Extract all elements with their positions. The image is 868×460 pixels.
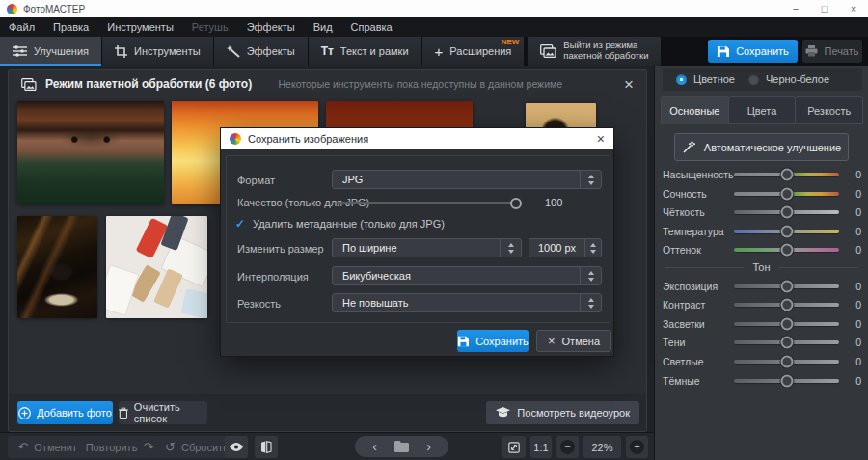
interpolation-dropdown[interactable]: Бикубическая <box>332 266 602 285</box>
save-button[interactable]: Сохранить <box>708 40 798 63</box>
slider-track[interactable] <box>734 248 839 252</box>
resize-dropdown[interactable]: По ширине <box>332 238 522 257</box>
slider-track[interactable] <box>734 322 839 326</box>
thumbnail-photo-1[interactable] <box>17 101 164 204</box>
slider-value: 0 <box>846 226 861 237</box>
statusbar: ↶ Отменить Повторить ↷ ↺ Сбросить ‹ › <box>0 432 654 460</box>
redo-button[interactable]: Повторить ↷ <box>76 436 163 458</box>
slider-handle[interactable] <box>780 206 793 219</box>
menu-effects[interactable]: Эффекты <box>247 21 295 33</box>
sharpness-spinner-icon[interactable] <box>580 294 601 311</box>
prev-photo-icon[interactable]: ‹ <box>372 440 377 453</box>
slider-handle[interactable] <box>780 169 793 181</box>
menu-file[interactable]: Файл <box>9 21 35 33</box>
quality-slider-handle[interactable] <box>510 198 522 209</box>
tab-basic[interactable]: Основные <box>661 96 729 124</box>
tab-colors[interactable]: Цвета <box>728 96 797 124</box>
minimize-button[interactable]: − <box>781 0 810 17</box>
menu-tools[interactable]: Инструменты <box>107 21 174 33</box>
tab-sharpness[interactable]: Резкость <box>795 96 863 124</box>
next-photo-icon[interactable]: › <box>426 440 431 453</box>
eye-icon <box>230 443 243 451</box>
tab-effects[interactable]: Эффекты <box>214 37 309 66</box>
new-badge: NEW <box>502 38 520 46</box>
menu-edit[interactable]: Правка <box>53 21 89 33</box>
save-floppy-icon <box>717 45 729 58</box>
slider-handle[interactable] <box>780 375 793 388</box>
remove-metadata-checkbox[interactable]: ✓ Удалить метаданные (только для JPG) <box>235 218 445 230</box>
size-spinner-icon[interactable] <box>584 239 601 257</box>
add-photo-button[interactable]: Добавить фото <box>17 401 113 424</box>
tab-tools[interactable]: Инструменты <box>102 37 214 66</box>
dialog-close-icon[interactable]: × <box>597 132 605 146</box>
slider-handle[interactable] <box>780 226 793 238</box>
menu-help[interactable]: Справка <box>351 21 393 33</box>
dialog-cancel-button[interactable]: × Отмена <box>536 330 611 352</box>
close-button[interactable]: × <box>839 0 868 17</box>
tone-section-label: Тон <box>752 261 770 273</box>
resize-value: По ширине <box>342 242 397 254</box>
window-controls: − □ × <box>781 0 868 17</box>
fit-screen-button[interactable] <box>502 436 526 458</box>
thumbnail-photo-5[interactable] <box>17 216 97 318</box>
format-dropdown[interactable]: JPG <box>332 170 602 189</box>
dialog-logo-icon <box>230 133 241 145</box>
batch-notice: Некоторые инструменты пока недоступны в … <box>279 78 616 90</box>
slider-track[interactable] <box>734 173 839 176</box>
exit-batch-mode-button[interactable]: Выйти из режима пакетной обработки <box>528 37 662 66</box>
radio-color-label: Цветное <box>693 73 735 85</box>
clear-list-button[interactable]: Очистить список <box>119 401 207 424</box>
menu-view[interactable]: Вид <box>313 21 333 33</box>
slider-handle[interactable] <box>780 244 793 257</box>
slider-track[interactable] <box>734 379 839 383</box>
slider-handle[interactable] <box>780 356 793 368</box>
tab-text-frames[interactable]: Tт Текст и рамки <box>309 37 422 66</box>
slider-handle[interactable] <box>780 281 793 293</box>
slider-handle[interactable] <box>780 318 793 331</box>
folder-icon[interactable] <box>394 441 409 452</box>
tab-effects-label: Эффекты <box>247 45 295 57</box>
slider-handle[interactable] <box>780 299 793 311</box>
slider-label: Экспозиция <box>663 281 732 292</box>
actual-size-button[interactable]: 1:1 <box>530 436 552 458</box>
cancel-x-icon: × <box>548 335 556 347</box>
preview-original-button[interactable] <box>225 436 248 458</box>
zoom-level[interactable]: 22% <box>583 436 621 458</box>
photos-icon <box>540 44 556 58</box>
zoom-out-button[interactable]: − <box>556 436 579 458</box>
maximize-button[interactable]: □ <box>810 0 839 17</box>
interpolation-spinner-icon[interactable] <box>580 267 601 284</box>
magic-wand-star-icon <box>682 141 696 153</box>
slider-track[interactable] <box>734 230 839 233</box>
resize-size-input[interactable]: 1000 px <box>529 238 602 257</box>
sharpness-dropdown[interactable]: Не повышать <box>332 293 602 312</box>
tab-extensions[interactable]: + Расширения NEW <box>422 37 526 66</box>
slider-track[interactable] <box>734 210 839 214</box>
slider-track[interactable] <box>734 303 839 307</box>
radio-color[interactable]: Цветное <box>676 73 735 85</box>
before-after-button[interactable] <box>255 436 278 458</box>
dialog-save-button[interactable]: Сохранить <box>457 330 529 352</box>
slider-handle[interactable] <box>780 188 793 201</box>
slider-value: 0 <box>846 375 861 387</box>
tab-improvements[interactable]: Улучшения <box>0 37 102 66</box>
plus-icon: + <box>435 44 444 59</box>
slider-track[interactable] <box>734 284 839 288</box>
resize-spinner-icon[interactable] <box>500 239 521 257</box>
actual-size-label: 1:1 <box>533 442 548 453</box>
batch-close-icon[interactable]: × <box>624 76 634 93</box>
format-spinner-icon[interactable] <box>580 171 601 188</box>
slider-handle[interactable] <box>780 337 793 349</box>
slider-track[interactable] <box>734 192 839 196</box>
watch-tutorial-button[interactable]: Посмотреть видеоурок <box>486 401 639 424</box>
auto-enhance-button[interactable]: Автоматическое улучшение <box>674 133 849 161</box>
radio-bw[interactable]: Черно-белое <box>748 73 829 85</box>
slider-track[interactable] <box>734 360 839 364</box>
quality-slider[interactable] <box>337 202 520 204</box>
slider-track[interactable] <box>734 340 839 344</box>
zoom-in-button[interactable]: + <box>626 436 648 458</box>
slider-row-temperature: Температура 0 <box>663 222 861 241</box>
thumbnail-photo-6[interactable] <box>106 216 207 318</box>
print-button[interactable]: Печать <box>802 40 862 63</box>
watch-tutorial-label: Посмотреть видеоурок <box>517 407 630 419</box>
